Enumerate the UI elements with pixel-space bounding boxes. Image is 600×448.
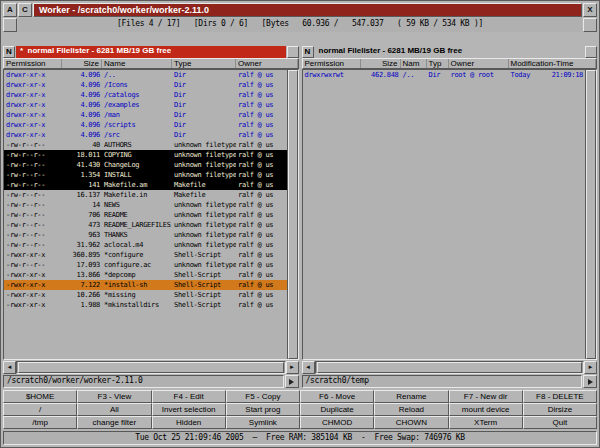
- scroll-right-button[interactable]: ►: [286, 361, 299, 374]
- right-path-field[interactable]: /scratch0/temp: [302, 375, 583, 388]
- bank-button-f5-copy[interactable]: F5 - Copy: [226, 390, 300, 403]
- bank-button-duplicate[interactable]: Duplicate: [300, 403, 374, 416]
- right-vertical-scrollbar[interactable]: [585, 70, 596, 359]
- column-header-owner[interactable]: Owner: [449, 59, 509, 68]
- file-permission: drwxr-xr-x: [4, 110, 62, 120]
- column-header-permission[interactable]: Permission: [303, 59, 361, 68]
- bank-button-f6-move[interactable]: F6 - Move: [300, 390, 374, 403]
- file-type: unknown filetype: [172, 240, 236, 250]
- bank-button-slash[interactable]: /: [3, 403, 77, 416]
- hscroll-track[interactable]: [16, 361, 286, 374]
- bank-button-reload[interactable]: Reload: [374, 403, 448, 416]
- left-path-field[interactable]: /scratch0/worker/worker-2.11.0: [3, 375, 284, 388]
- hscroll-thumb[interactable]: [317, 362, 583, 373]
- lister-panels: N * normal Filelister - 6281 MB/19 GB fr…: [3, 46, 597, 388]
- file-row[interactable]: drwxr-xr-x4.096/manDirralf @ us: [4, 110, 287, 120]
- file-row[interactable]: -rwxr-xr-x360.895*configureShell-Scriptr…: [4, 250, 287, 260]
- right-path-menu-button[interactable]: [583, 375, 597, 388]
- column-header-size[interactable]: Size: [62, 59, 102, 68]
- file-row[interactable]: drwxr-xr-x4.096/examplesDirralf @ us: [4, 100, 287, 110]
- left-lister-title[interactable]: * normal Filelister - 6281 MB/19 GB free: [16, 46, 286, 58]
- wm-button-c[interactable]: C: [18, 3, 32, 17]
- file-row[interactable]: -rw-r--r--18.011COPYINGunknown filetyper…: [4, 150, 287, 160]
- scrollbar-thumb[interactable]: [586, 70, 596, 359]
- bank-button-start-prog[interactable]: Start prog: [226, 403, 300, 416]
- file-row[interactable]: -rw-r--r--706READMEunknown filetyperalf …: [4, 210, 287, 220]
- file-row[interactable]: drwxr-xr-x4.096/scriptsDirralf @ us: [4, 120, 287, 130]
- bank-button-dirsize[interactable]: Dirsize: [523, 403, 597, 416]
- file-owner: ralf @ us: [236, 140, 287, 150]
- column-header-permission[interactable]: Permission: [4, 59, 62, 68]
- scroll-left-button[interactable]: ◄: [302, 361, 315, 374]
- bank-button-rename[interactable]: Rename: [374, 390, 448, 403]
- bank-button-f4-edit[interactable]: F4 - Edit: [152, 390, 226, 403]
- file-row[interactable]: -rwxr-xr-x7.122*install-shShell-Scriptra…: [4, 280, 287, 290]
- column-header-typ[interactable]: Typ: [427, 59, 449, 68]
- lister-mode-button[interactable]: N: [3, 46, 15, 58]
- file-row[interactable]: -rw-r--r--473README_LARGEFILESunknown fi…: [4, 220, 287, 230]
- left-vertical-scrollbar[interactable]: [287, 70, 298, 359]
- lister-corner-gadget[interactable]: [585, 46, 597, 58]
- file-row[interactable]: drwxr-xr-x4.096/IconsDirralf @ us: [4, 80, 287, 90]
- column-header-name[interactable]: Name: [102, 59, 172, 68]
- bank-button-quit[interactable]: Quit: [523, 416, 597, 429]
- hscroll-track[interactable]: [315, 361, 585, 374]
- bank-button-xterm[interactable]: XTerm: [449, 416, 523, 429]
- bank-button-symlink[interactable]: Symlink: [226, 416, 300, 429]
- file-row[interactable]: drwxr-xr-x4.096/..Dirralf @ us: [4, 70, 287, 80]
- file-owner: ralf @ us: [236, 80, 287, 90]
- column-header-modification-time[interactable]: Modification-Time: [509, 59, 597, 68]
- file-row[interactable]: -rwxr-xr-x13.866*depcompShell-Scriptralf…: [4, 270, 287, 280]
- column-header-nam[interactable]: Nam: [401, 59, 427, 68]
- bank-button-chmod[interactable]: CHMOD: [300, 416, 374, 429]
- status-right-gadget[interactable]: [583, 18, 597, 32]
- bank-button-f8-delete[interactable]: F8 - DELETE: [523, 390, 597, 403]
- bank-button-all[interactable]: All: [77, 403, 151, 416]
- bank-button-f3-view[interactable]: F3 - View: [77, 390, 151, 403]
- bank-button-hidden[interactable]: Hidden: [152, 416, 226, 429]
- file-row[interactable]: drwxrwxrwt462.848/..Dirroot @ rootToday2…: [303, 70, 586, 80]
- right-list-area: drwxrwxrwt462.848/..Dirroot @ rootToday2…: [302, 69, 598, 360]
- scroll-right-button[interactable]: ►: [584, 361, 597, 374]
- bank-button-mount-device[interactable]: mount device: [449, 403, 523, 416]
- file-row[interactable]: -rw-r--r--16.137Makefile.inMakefileralf …: [4, 190, 287, 200]
- status-left-gadget[interactable]: [3, 18, 17, 32]
- bank-button-invert-selection[interactable]: Invert selection: [152, 403, 226, 416]
- column-header-type[interactable]: Type: [172, 59, 236, 68]
- wm-button-a[interactable]: A: [3, 3, 17, 17]
- file-row[interactable]: -rw-r--r--41.430ChangeLogunknown filetyp…: [4, 160, 287, 170]
- file-row[interactable]: -rw-r--r--40AUTHORSunknown filetyperalf …: [4, 140, 287, 150]
- window-titlebar[interactable]: A C Worker - /scratch0/worker/worker-2.1…: [3, 3, 597, 17]
- column-header-owner[interactable]: Owner: [236, 59, 298, 68]
- hscroll-thumb[interactable]: [18, 362, 284, 373]
- file-owner: ralf @ us: [236, 190, 287, 200]
- file-name: /Icons: [102, 80, 172, 90]
- file-row[interactable]: -rw-r--r--963THANKSunknown filetyperalf …: [4, 230, 287, 240]
- wm-close-button[interactable]: X: [583, 3, 597, 17]
- scrollbar-thumb[interactable]: [288, 70, 298, 359]
- file-row[interactable]: -rw-r--r--31.962aclocal.m4unknown filety…: [4, 240, 287, 250]
- file-size: 17.093: [62, 260, 102, 270]
- file-size: 31.962: [62, 240, 102, 250]
- left-path-menu-button[interactable]: [285, 375, 299, 388]
- right-path-row: /scratch0/temp: [302, 375, 598, 388]
- bank-button-change-filter[interactable]: change filter: [77, 416, 151, 429]
- file-row[interactable]: drwxr-xr-x4.096/srcDirralf @ us: [4, 130, 287, 140]
- file-row[interactable]: -rwxr-xr-x10.266*missingShell-Scriptralf…: [4, 290, 287, 300]
- column-header-size[interactable]: Size: [361, 59, 401, 68]
- file-row[interactable]: -rw-r--r--141Makefile.amMakefileralf @ u…: [4, 180, 287, 190]
- file-row[interactable]: drwxr-xr-x4.096/catalogsDirralf @ us: [4, 90, 287, 100]
- right-lister-title[interactable]: normal Filelister - 6281 MB/19 GB free: [315, 46, 585, 58]
- bank-button-tmp[interactable]: /tmp: [3, 416, 77, 429]
- lister-corner-gadget[interactable]: [287, 46, 299, 58]
- file-row[interactable]: -rw-r--r--1.354INSTALLunknown filetypera…: [4, 170, 287, 180]
- scroll-left-button[interactable]: ◄: [3, 361, 16, 374]
- file-row[interactable]: -rw-r--r--17.093configure.acunknown file…: [4, 260, 287, 270]
- bank-button-chown[interactable]: CHOWN: [374, 416, 448, 429]
- file-row[interactable]: -rwxr-xr-x1.988*mkinstalldirsShell-Scrip…: [4, 300, 287, 310]
- bank-button-home[interactable]: $HOME: [3, 390, 77, 403]
- bank-button-f7-new-dir[interactable]: F7 - New dir: [449, 390, 523, 403]
- file-row[interactable]: -rw-r--r--14NEWSunknown filetyperalf @ u…: [4, 200, 287, 210]
- lister-mode-button[interactable]: N: [302, 46, 314, 58]
- global-status-row: [Files 4 / 17] [Dirs 0 / 6] [Bytes 60.93…: [3, 18, 597, 32]
